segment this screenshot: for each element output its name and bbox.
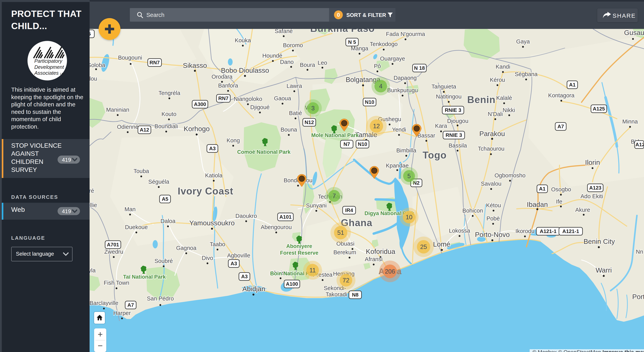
svg-text:Abidjan: Abidjan — [242, 285, 266, 293]
svg-text:Boromo: Boromo — [283, 42, 303, 48]
svg-text:Kouka: Kouka — [235, 37, 251, 44]
svg-text:N 5: N 5 — [348, 39, 356, 45]
svg-text:Kara: Kara — [435, 123, 447, 129]
svg-text:Ibadan: Ibadan — [527, 201, 548, 208]
svg-text:A123: A123 — [589, 185, 601, 191]
svg-text:Lawra: Lawra — [287, 83, 302, 89]
svg-text:Kontagora: Kontagora — [548, 92, 575, 99]
svg-text:A12: A12 — [635, 142, 644, 148]
svg-text:Sikasso: Sikasso — [183, 62, 207, 69]
svg-text:Ikorodu: Ikorodu — [516, 228, 534, 234]
svg-text:Osogbo: Osogbo — [551, 186, 571, 193]
svg-text:25: 25 — [420, 243, 427, 250]
svg-text:Bougouni: Bougouni — [118, 55, 142, 61]
svg-text:Berekum: Berekum — [334, 249, 356, 255]
svg-text:Pobè: Pobè — [486, 215, 500, 222]
svg-text:N7: N7 — [344, 141, 350, 147]
svg-text:Koforidua: Koforidua — [366, 248, 395, 255]
svg-text:Lokossa: Lokossa — [449, 227, 470, 234]
svg-text:Man: Man — [124, 206, 136, 212]
svg-text:Associates Ltd: Associates Ltd — [34, 70, 64, 76]
svg-text:Niangoloko: Niangoloko — [234, 96, 262, 102]
svg-text:Yamoussoukro: Yamoussoukro — [190, 219, 235, 227]
svg-text:Tengréla: Tengréla — [158, 90, 180, 96]
svg-text:Bobo Dioulasso: Bobo Dioulasso — [221, 67, 269, 74]
svg-text:Kpandae: Kpandae — [386, 162, 409, 169]
svg-text:51: 51 — [337, 229, 344, 236]
svg-text:Dapaong: Dapaong — [394, 75, 417, 81]
svg-text:A3: A3 — [209, 146, 216, 151]
svg-text:A5: A5 — [162, 196, 168, 202]
svg-text:Odienné: Odienné — [117, 124, 138, 130]
svg-text:A121-1: A121-1 — [540, 228, 556, 234]
svg-text:A300: A300 — [194, 101, 206, 107]
svg-text:Ogbomosho: Ogbomosho — [494, 172, 526, 179]
svg-text:Orodara: Orodara — [212, 74, 232, 80]
svg-text:RNIE 3: RNIE 3 — [445, 107, 461, 113]
svg-text:72: 72 — [343, 277, 349, 284]
svg-text:A121-1: A121-1 — [562, 228, 579, 234]
svg-text:A3: A3 — [230, 260, 237, 266]
svg-text:A3: A3 — [241, 273, 248, 279]
svg-text:Porto-Novo: Porto-Novo — [475, 231, 510, 238]
svg-text:RN7: RN7 — [218, 95, 228, 101]
svg-text:Kouto: Kouto — [162, 111, 176, 117]
svg-text:Port: Port — [632, 293, 644, 300]
svg-text:Sunyani: Sunyani — [306, 202, 327, 209]
svg-text:Djougou: Djougou — [447, 118, 468, 124]
svg-text:Tanguieta: Tanguieta — [432, 83, 456, 90]
svg-text:Benin: Benin — [467, 94, 496, 105]
svg-text:Houndé: Houndé — [262, 53, 282, 59]
svg-text:Soloba: Soloba — [88, 62, 105, 68]
svg-text:Zwedru: Zwedru — [104, 249, 124, 255]
svg-text:Daloa: Daloa — [160, 218, 176, 224]
svg-text:Maninian: Maninian — [106, 107, 129, 113]
svg-text:Comoé National Park: Comoé National Park — [237, 149, 291, 155]
svg-text:4: 4 — [379, 83, 382, 90]
svg-text:Djigoué: Djigoué — [250, 104, 270, 110]
svg-text:Ado Ekiti: Ado Ekiti — [580, 193, 603, 199]
svg-text:Akure: Akure — [575, 207, 590, 213]
svg-text:Tchaourou: Tchaourou — [478, 146, 504, 152]
svg-text:5: 5 — [407, 173, 410, 180]
svg-text:Agboville: Agboville — [227, 252, 250, 259]
svg-text:Ivory Coast: Ivory Coast — [178, 186, 233, 197]
svg-text:N 18: N 18 — [414, 65, 425, 71]
svg-text:Kétou: Kétou — [486, 202, 501, 208]
svg-text:Taï National Park: Taï National Park — [123, 274, 166, 280]
svg-text:N12: N12 — [304, 119, 314, 125]
svg-text:11: 11 — [310, 267, 316, 274]
svg-text:N10: N10 — [358, 141, 367, 147]
svg-text:Séguéla: Séguéla — [148, 179, 169, 185]
svg-text:A125: A125 — [593, 106, 605, 112]
svg-text:Minna: Minna — [622, 118, 638, 125]
svg-text:Aboniyere: Aboniyere — [286, 243, 312, 249]
svg-text:10: 10 — [406, 214, 412, 221]
svg-text:Batié: Batié — [289, 110, 302, 116]
svg-text:Bassila: Bassila — [448, 142, 467, 149]
svg-text:Bunkpurugu: Bunkpurugu — [387, 87, 418, 93]
svg-text:Leo: Leo — [318, 60, 327, 66]
svg-text:IR4: IR4 — [345, 207, 353, 213]
svg-text:Bohicon: Bohicon — [462, 207, 483, 214]
svg-text:Korhogo: Korhogo — [184, 125, 210, 133]
svg-text:Togo: Togo — [422, 150, 446, 161]
svg-text:Taabo: Taabo — [210, 241, 225, 247]
svg-text:Gusau: Gusau — [624, 29, 644, 36]
svg-text:Lomé: Lomé — [433, 240, 450, 248]
svg-text:Parakou: Parakou — [479, 130, 505, 137]
svg-text:Kandi: Kandi — [496, 64, 510, 70]
svg-text:Nn: Nn — [636, 249, 643, 255]
svg-text:N8: N8 — [352, 292, 358, 298]
svg-text:Boura: Boura — [300, 62, 315, 68]
svg-text:Nikki: Nikki — [503, 107, 515, 113]
svg-text:12: 12 — [373, 123, 380, 130]
svg-text:Benin City: Benin City — [584, 238, 615, 245]
svg-text:Gaoua: Gaoua — [274, 95, 291, 102]
svg-text:Bassar: Bassar — [418, 132, 435, 139]
svg-text:Daoukro: Daoukro — [235, 213, 257, 219]
svg-text:Natitingou: Natitingou — [436, 93, 462, 100]
svg-text:Dano: Dano — [280, 59, 294, 65]
svg-text:Soubré: Soubré — [154, 258, 173, 264]
svg-text:Afransi: Afransi — [365, 256, 382, 262]
